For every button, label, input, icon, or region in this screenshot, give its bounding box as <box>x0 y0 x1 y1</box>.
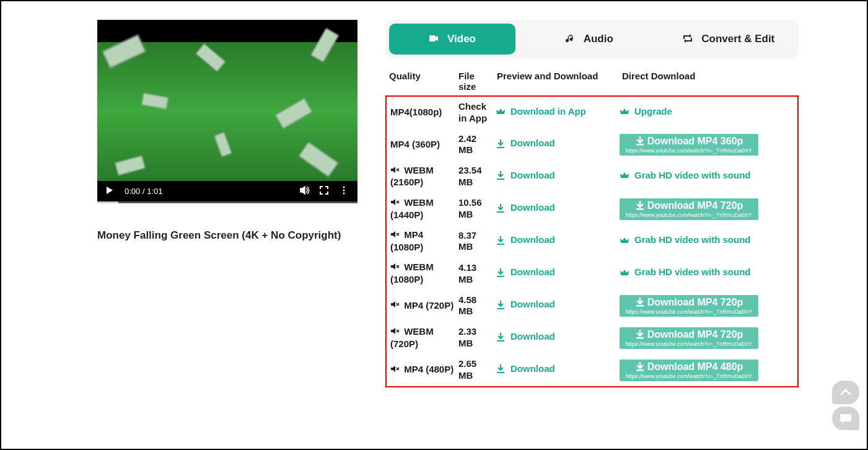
header-quality: Quality <box>389 71 458 92</box>
cell-quality: MP4 (1080P) <box>390 229 458 253</box>
cell-quality: MP4 (720P) <box>390 300 458 312</box>
download-icon <box>496 364 506 374</box>
cell-quality: MP4(1080p) <box>390 107 458 118</box>
convert-icon <box>683 33 695 45</box>
cell-preview: Download in App <box>496 106 620 120</box>
cell-size: Check in App <box>458 101 496 125</box>
more-icon[interactable] <box>339 185 350 196</box>
tab-video[interactable]: Video <box>389 24 515 55</box>
cell-direct: Download MP4 480phttps://www.youtube.com… <box>620 360 794 381</box>
grab-hd-link[interactable]: Grab HD video with sound <box>620 234 751 246</box>
download-icon <box>635 298 645 307</box>
download-button[interactable]: Download MP4 720phttps://www.youtube.com… <box>620 327 758 349</box>
cell-quality: MP4 (480P) <box>390 364 458 376</box>
scroll-top-button[interactable] <box>832 381 859 404</box>
table-row: MP4 (480P)2.65 MBDownloadDownload MP4 48… <box>387 354 797 386</box>
chat-icon <box>839 412 853 425</box>
download-link[interactable]: Download <box>496 299 555 311</box>
download-link[interactable]: Download <box>496 363 555 375</box>
cell-size: 2.33 MB <box>458 326 496 350</box>
download-button[interactable]: Download MP4 720phttps://www.youtube.com… <box>620 295 758 317</box>
cell-size: 4.58 MB <box>458 294 496 318</box>
download-link[interactable]: Download <box>496 267 555 278</box>
cell-direct: Grab HD video with sound <box>620 267 794 280</box>
crown-icon <box>620 236 629 245</box>
grab-hd-link[interactable]: Grab HD video with sound <box>620 267 751 278</box>
download-icon <box>496 203 506 213</box>
video-player[interactable]: 0:00 / 1:01 <box>97 20 357 203</box>
download-icon <box>635 136 645 146</box>
tab-audio[interactable]: Audio <box>519 20 659 58</box>
download-table: MP4(1080p)Check in AppDownload in AppUpg… <box>385 95 799 387</box>
muted-icon <box>390 198 400 210</box>
chat-button[interactable] <box>832 407 859 430</box>
cell-quality: MP4 (360P) <box>390 139 458 151</box>
cell-size: 4.13 MB <box>458 262 496 286</box>
crown-icon <box>620 170 629 180</box>
cell-preview: Download <box>496 331 620 345</box>
fullscreen-icon[interactable] <box>319 185 330 196</box>
download-link[interactable]: Download <box>496 331 555 343</box>
table-header: Quality File size Preview and Download D… <box>385 58 799 95</box>
tab-convert[interactable]: Convert & Edit <box>659 20 799 58</box>
table-row: WEBM (1080P)4.13 MBDownloadGrab HD video… <box>387 257 797 289</box>
table-row: MP4 (720P)4.58 MBDownloadDownload MP4 72… <box>387 290 797 322</box>
cell-direct: Grab HD video with sound <box>620 234 794 248</box>
header-direct: Direct Download <box>622 71 795 92</box>
download-button[interactable]: Download MP4 480phttps://www.youtube.com… <box>620 360 758 381</box>
crown-icon <box>620 107 629 117</box>
table-row: WEBM (1440P)10.56 MBDownloadDownload MP4… <box>387 193 797 225</box>
table-row: WEBM (720P)2.33 MBDownloadDownload MP4 7… <box>387 322 797 354</box>
download-link[interactable]: Download <box>496 202 555 214</box>
cell-size: 8.37 MB <box>458 230 496 254</box>
download-icon <box>635 330 645 340</box>
video-time: 0:00 / 1:01 <box>125 187 291 196</box>
cell-size: 2.65 MB <box>458 358 496 382</box>
cell-direct: Download MP4 720phttps://www.youtube.com… <box>620 295 794 317</box>
cell-preview: Download <box>496 170 620 183</box>
cell-size: 2.42 MB <box>458 133 496 157</box>
table-row: MP4 (360P)2.42 MBDownloadDownload MP4 36… <box>387 129 797 161</box>
download-icon <box>635 362 645 372</box>
download-button[interactable]: Download MP4 720phttps://www.youtube.com… <box>620 198 758 220</box>
table-row: WEBM (2160P)23.54 MBDownloadGrab HD vide… <box>387 161 797 193</box>
download-link[interactable]: Download <box>496 138 555 149</box>
music-icon <box>565 33 577 45</box>
header-preview: Preview and Download <box>497 71 622 92</box>
video-progress[interactable] <box>97 201 357 203</box>
cell-size: 23.54 MB <box>458 165 496 188</box>
download-icon <box>496 236 506 245</box>
muted-icon <box>390 262 400 274</box>
muted-icon <box>390 327 400 338</box>
cell-quality: WEBM (2160P) <box>390 165 458 188</box>
chevron-up-icon <box>839 386 853 399</box>
cell-direct: Upgrade <box>620 106 794 120</box>
cell-preview: Download <box>496 267 620 280</box>
download-link[interactable]: Download <box>496 234 555 246</box>
video-title: Money Falling Green Screen (4K + No Copy… <box>97 229 357 242</box>
download-icon <box>496 268 506 278</box>
download-icon <box>635 201 645 211</box>
crown-icon <box>620 268 629 278</box>
upgrade-link[interactable]: Upgrade <box>620 106 672 118</box>
play-icon[interactable] <box>105 185 116 196</box>
table-row: MP4 (1080P)8.37 MBDownloadGrab HD video … <box>387 225 797 257</box>
table-row: MP4(1080p)Check in AppDownload in AppUpg… <box>387 97 797 129</box>
download-in-app-link[interactable]: Download in App <box>496 106 586 118</box>
muted-icon <box>390 364 400 376</box>
cell-quality: WEBM (720P) <box>390 326 458 350</box>
cell-preview: Download <box>496 138 620 151</box>
download-icon <box>496 300 506 310</box>
volume-icon[interactable] <box>299 185 310 196</box>
cell-direct: Download MP4 720phttps://www.youtube.com… <box>620 198 794 220</box>
cell-preview: Download <box>496 202 620 216</box>
cell-preview: Download <box>496 234 620 248</box>
tab-bar: Video Audio Convert & Edit <box>385 20 799 58</box>
muted-icon <box>390 230 400 242</box>
cell-quality: WEBM (1440P) <box>390 197 458 221</box>
cell-direct: Download MP4 720phttps://www.youtube.com… <box>620 327 794 349</box>
grab-hd-link[interactable]: Grab HD video with sound <box>620 170 751 182</box>
video-thumbnail <box>97 20 357 203</box>
download-button[interactable]: Download MP4 360phttps://www.youtube.com… <box>620 134 758 156</box>
download-link[interactable]: Download <box>496 170 555 182</box>
